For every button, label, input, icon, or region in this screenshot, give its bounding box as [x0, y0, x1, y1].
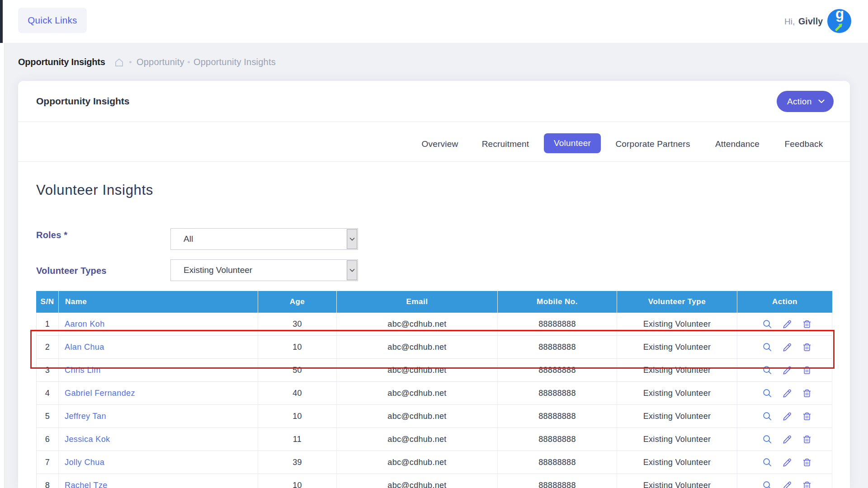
svg-text:g: g	[835, 9, 844, 22]
